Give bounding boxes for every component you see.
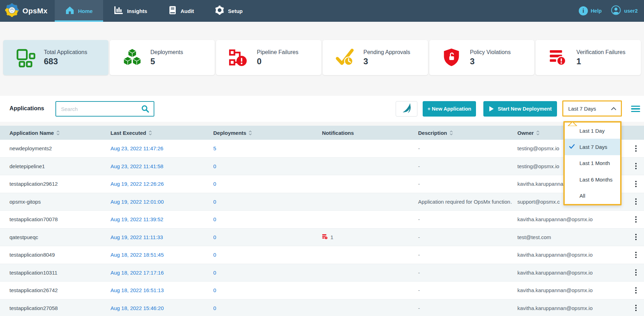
- row-kebab-menu-icon[interactable]: [633, 215, 639, 224]
- user-avatar-icon: [611, 5, 621, 17]
- stat-card-verification-failures[interactable]: Verification Failures 1: [536, 40, 641, 75]
- last-executed-link[interactable]: Aug 19, 2022 12:26:26: [110, 181, 164, 187]
- column-header-label: Owner: [517, 130, 534, 136]
- tab-setup[interactable]: Setup: [204, 0, 253, 22]
- deployments-count-link[interactable]: 0: [213, 234, 216, 240]
- search-icon[interactable]: [141, 105, 149, 113]
- approval-clock-icon: [335, 47, 356, 68]
- last-executed-link[interactable]: Aug 18, 2022 15:46:20: [110, 305, 164, 311]
- last-executed-link[interactable]: Aug 18, 2022 16:51:13: [110, 287, 164, 293]
- row-kebab-menu-icon[interactable]: [633, 162, 639, 171]
- application-name-cell[interactable]: testapplication29612: [0, 181, 102, 187]
- user-menu[interactable]: user2: [611, 5, 638, 17]
- check-icon: [569, 144, 575, 150]
- last-executed-link[interactable]: Aug 18, 2022 18:51:45: [110, 252, 164, 258]
- new-application-button[interactable]: + New Application: [423, 101, 476, 117]
- time-filter-option-label: Last 1 Month: [579, 160, 610, 166]
- application-name-cell[interactable]: testapplication70078: [0, 216, 102, 222]
- opsmx-dashboard: OpsMx HomeInsightsAuditSetup i Help user…: [0, 0, 644, 316]
- application-name-cell[interactable]: testapplication27058: [0, 305, 102, 311]
- deployments-count-link[interactable]: 0: [213, 305, 216, 311]
- time-filter-option-label: Last 7 Days: [579, 144, 607, 150]
- brand[interactable]: OpsMx: [0, 0, 55, 22]
- last-executed-link[interactable]: Aug 19, 2022 11:11:33: [110, 234, 163, 240]
- row-kebab-menu-icon[interactable]: [633, 179, 639, 189]
- search-box: [55, 101, 154, 117]
- stat-card-value: 3: [470, 57, 511, 66]
- stat-card-deployments[interactable]: Deployments 5: [110, 40, 215, 75]
- column-header-application-name[interactable]: Application Name: [0, 130, 102, 136]
- column-header-description[interactable]: Description: [414, 130, 512, 136]
- tab-audit[interactable]: Audit: [158, 0, 204, 22]
- stat-card-policy-violations[interactable]: Policy Violations 3: [429, 40, 535, 75]
- last-executed-link[interactable]: Aug 19, 2022 12:01:00: [110, 199, 164, 205]
- last-executed-link[interactable]: Aug 23, 2022 11:47:26: [110, 145, 163, 151]
- row-kebab-menu-icon[interactable]: [633, 303, 639, 312]
- tab-insights[interactable]: Insights: [103, 0, 158, 22]
- row-kebab-menu-icon[interactable]: [633, 286, 639, 295]
- row-kebab-menu-icon[interactable]: [633, 268, 639, 277]
- description-cell: -: [414, 216, 512, 222]
- sort-icon[interactable]: [56, 130, 60, 136]
- last-executed-link[interactable]: Aug 18, 2022 17:17:16: [110, 270, 164, 276]
- application-name-cell[interactable]: opsmx-gitops: [0, 199, 102, 205]
- table-menu-icon[interactable]: [631, 104, 640, 114]
- application-name-cell[interactable]: testapplication8049: [0, 252, 102, 258]
- deployments-count-link[interactable]: 0: [213, 270, 216, 276]
- deployments-count-link[interactable]: 5: [213, 145, 216, 151]
- owner-cell: kavitha.karuppannan@opsmx.io: [512, 270, 628, 276]
- application-name-cell[interactable]: deletepipeline1: [0, 163, 102, 169]
- application-name-cell[interactable]: newdeployments2: [0, 145, 102, 151]
- row-kebab-menu-icon[interactable]: [633, 197, 639, 206]
- last-executed-link[interactable]: Aug 23, 2022 11:41:58: [110, 163, 163, 169]
- time-filter-option-last-1-month[interactable]: Last 1 Month: [565, 155, 620, 171]
- table-row: testapplication8049 Aug 18, 2022 18:51:4…: [0, 246, 644, 264]
- sort-icon[interactable]: [248, 130, 252, 136]
- row-kebab-menu-icon[interactable]: [633, 250, 639, 259]
- sort-icon[interactable]: [536, 130, 540, 136]
- search-input[interactable]: [56, 106, 141, 112]
- stat-card-label: Pipeline Failures: [257, 49, 298, 55]
- brand-name: OpsMx: [22, 7, 48, 15]
- row-kebab-menu-icon[interactable]: [633, 144, 639, 153]
- stat-card-label: Pending Approvals: [363, 49, 410, 55]
- column-header-label: Description: [418, 130, 447, 136]
- sort-icon[interactable]: [148, 130, 152, 136]
- stat-card-total-applications[interactable]: Total Applications 683: [3, 40, 108, 75]
- opsmx-logo-gear-icon: [5, 3, 19, 19]
- time-filter-option-last-6-months[interactable]: Last 6 Months: [565, 171, 620, 187]
- time-filter-option-all[interactable]: All: [565, 188, 620, 204]
- stat-card-pipeline-failures[interactable]: Pipeline Failures 0: [216, 40, 321, 75]
- tab-home[interactable]: Home: [55, 0, 103, 22]
- help-button[interactable]: i Help: [579, 6, 602, 15]
- column-header-last-executed[interactable]: Last Executed: [102, 130, 209, 136]
- row-kebab-menu-icon[interactable]: [633, 232, 639, 242]
- deployments-count-link[interactable]: 0: [213, 163, 216, 169]
- stat-card-pending-approvals[interactable]: Pending Approvals 3: [323, 40, 428, 75]
- deployments-count-link[interactable]: 0: [213, 287, 216, 293]
- spinnaker-button[interactable]: [396, 101, 417, 117]
- notification-count: 1: [330, 234, 333, 240]
- start-new-deployment-button[interactable]: Start New Deployment: [483, 101, 557, 117]
- deployments-count-link[interactable]: 0: [213, 181, 216, 187]
- stat-card-label: Total Applications: [44, 49, 87, 55]
- time-filter-option-label: All: [579, 193, 585, 199]
- application-name-cell[interactable]: qatestpueqc: [0, 234, 102, 240]
- owner-cell: kavitha.karuppannan@opsmx.io: [512, 216, 628, 222]
- notification-alert-icon: [322, 233, 328, 241]
- application-name-cell[interactable]: testapplication10311: [0, 270, 102, 276]
- column-header-label: Application Name: [9, 130, 54, 136]
- notifications-cell: 1: [316, 233, 414, 241]
- deployments-count-link[interactable]: 0: [213, 216, 216, 222]
- apps-grid-icon: [16, 47, 36, 68]
- deployments-count-link[interactable]: 0: [213, 252, 216, 258]
- time-filter-dropdown-panel: Last 1 DayLast 7 DaysLast 1 MonthLast 6 …: [563, 121, 622, 205]
- application-name-cell[interactable]: testapplication26742: [0, 287, 102, 293]
- column-header-deployments[interactable]: Deployments: [209, 130, 316, 136]
- time-filter-dropdown-toggle[interactable]: Last 7 Days: [562, 100, 622, 117]
- last-executed-link[interactable]: Aug 19, 2022 11:39:52: [110, 216, 163, 222]
- deployments-count-link[interactable]: 0: [213, 199, 216, 205]
- sort-icon[interactable]: [449, 130, 453, 136]
- description-cell: Application required for OpsMx function…: [414, 199, 512, 205]
- time-filter-option-last-7-days[interactable]: Last 7 Days: [565, 139, 620, 155]
